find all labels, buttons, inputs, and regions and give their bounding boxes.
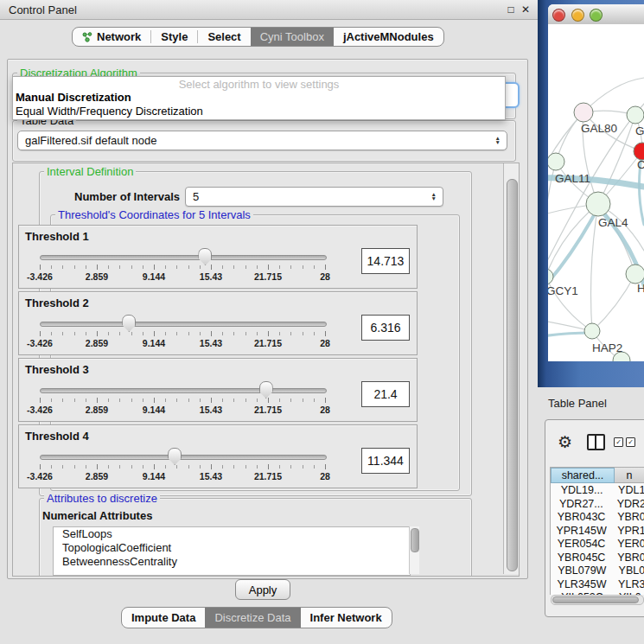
slider-ticks: [40, 398, 325, 404]
table-panel-title: Table Panel: [548, 397, 607, 410]
tab-cyni-toolbox[interactable]: Cyni Toolbox: [251, 28, 334, 46]
table-row[interactable]: YBL079WYBL0: [551, 564, 644, 578]
threshold-slider[interactable]: -3.4262.8599.14415.4321.71528: [40, 318, 325, 351]
threshold-panel-2: Threshold 2-3.4262.8599.14415.4321.71528…: [18, 291, 418, 355]
mac-zoom-button[interactable]: [590, 9, 603, 22]
slider-ticks: [40, 265, 325, 271]
cyni-bottom-tabs: Impute DataDiscretize DataInfer Network: [121, 607, 392, 628]
network-node[interactable]: [548, 153, 564, 170]
slider-thumb[interactable]: [168, 448, 182, 465]
table-row[interactable]: YDL19...YDL1: [551, 484, 644, 498]
attribute-list-item[interactable]: SelfLoops: [54, 527, 410, 541]
slider-track[interactable]: [40, 255, 327, 260]
checkbox-icon[interactable]: ✓: [626, 437, 635, 447]
attribute-list-item[interactable]: TopologicalCoefficient: [54, 541, 410, 555]
numerical-attributes-list[interactable]: SelfLoopsTopologicalCoefficientBetweenne…: [53, 526, 411, 576]
network-canvas[interactable]: GAL80GACGAL11GAL4GCY1HHAP2: [548, 24, 644, 361]
table-row[interactable]: YER054CYER0: [551, 538, 644, 552]
attributes-list-scrollbar[interactable]: [409, 526, 419, 574]
threshold-label: Threshold 3: [25, 363, 89, 376]
table-horizontal-scrollbar[interactable]: [551, 595, 644, 605]
tab-label: Network: [97, 30, 141, 43]
algorithm-option-equal-width[interactable]: Equal Width/Frequency Discretization: [13, 105, 505, 118]
table-row[interactable]: YBR045CYBR0: [551, 552, 644, 565]
network-edge: [548, 204, 598, 277]
float-window-icon[interactable]: □: [505, 3, 517, 16]
table-rows: YDL19...YDL1YDR27...YDR2YBR043CYBR0YPR14…: [551, 484, 644, 595]
threshold-slider[interactable]: -3.4262.8599.14415.4321.71528: [40, 252, 325, 284]
slider-tick-labels: -3.4262.8599.14415.4321.71528: [40, 471, 325, 481]
slider-thumb[interactable]: [259, 381, 273, 399]
node-label: GAL4: [598, 216, 628, 229]
slider-track[interactable]: [40, 388, 327, 393]
tab-impute-data[interactable]: Impute Data: [122, 608, 205, 628]
algorithm-dropdown-popup: Select algorithm to view settings Manual…: [12, 76, 506, 120]
algorithm-option-manual[interactable]: Manual Discretization: [13, 91, 505, 105]
slider-thumb[interactable]: [198, 248, 212, 265]
network-graph: GAL80GACGAL11GAL4GCY1HHAP2: [548, 24, 644, 361]
column-header-shared-name[interactable]: shared...: [551, 468, 615, 483]
slider-ticks: [40, 464, 325, 470]
tab-network[interactable]: Network: [73, 28, 150, 46]
slider-tick-labels: -3.4262.8599.14415.4321.71528: [40, 405, 325, 415]
tab-jactivemnodules[interactable]: jActiveMNodules: [334, 28, 443, 46]
node-label: GAL80: [581, 122, 617, 135]
threshold-label: Threshold 1: [25, 230, 89, 243]
network-node[interactable]: [627, 106, 644, 124]
attributes-group-title: Attributes to discretize: [44, 492, 160, 505]
cell-name: YBL0: [614, 564, 644, 578]
number-of-intervals-label: Number of Intervals: [74, 190, 180, 203]
cell-name: YBR0: [612, 511, 644, 525]
tab-style[interactable]: Style: [151, 28, 197, 46]
network-node[interactable]: [574, 103, 593, 122]
network-node[interactable]: [626, 265, 644, 284]
network-window-titlebar: [548, 4, 644, 25]
tab-select[interactable]: Select: [198, 28, 250, 46]
threshold-value-field[interactable]: 21.4: [361, 381, 410, 407]
threshold-label: Threshold 4: [25, 430, 89, 443]
column-header-name[interactable]: n: [615, 468, 644, 483]
table-data-combo[interactable]: galFiltered.sif default node ▲▼: [17, 131, 507, 150]
close-icon[interactable]: ✕: [520, 3, 532, 16]
tab-infer-network[interactable]: Infer Network: [301, 608, 392, 628]
threshold-value-field[interactable]: 11.344: [361, 448, 410, 474]
table-row[interactable]: YPR145WYPR1: [551, 525, 644, 539]
table-row[interactable]: YBR043CYBR0: [551, 511, 644, 525]
tab-label: Cyni Toolbox: [260, 30, 324, 43]
thresholds-group-title: Threshold's Coordinates for 5 Intervals: [55, 208, 253, 221]
apply-button[interactable]: Apply: [235, 579, 290, 600]
cell-shared-name: YBL079W: [551, 564, 614, 578]
mac-minimize-button[interactable]: [571, 9, 584, 22]
cell-name: YDL1: [613, 484, 644, 498]
algorithm-hint: Select algorithm to view settings: [13, 77, 505, 91]
threshold-slider[interactable]: -3.4262.8599.14415.4321.71528: [40, 385, 325, 418]
network-node[interactable]: [584, 323, 600, 339]
table-row[interactable]: YLR345WYLR3: [551, 578, 644, 592]
cell-name: YPR1: [612, 525, 644, 539]
network-node[interactable]: [548, 269, 553, 284]
network-edge: [591, 204, 598, 331]
number-of-intervals-combo[interactable]: 5 ▲▼: [185, 187, 443, 207]
tab-discretize-data[interactable]: Discretize Data: [205, 608, 300, 628]
network-edge: [592, 274, 635, 331]
threshold-slider[interactable]: -3.4262.8599.14415.4321.71528: [40, 451, 325, 484]
threshold-value-field[interactable]: 6.316: [361, 315, 410, 341]
threshold-value-field[interactable]: 14.713: [361, 248, 410, 274]
mac-close-button[interactable]: [552, 9, 565, 22]
screen: Control Panel □ ✕ NetworkStyleSelectCyni…: [0, 0, 644, 644]
table-row[interactable]: YDR27...YDR2: [551, 498, 644, 512]
column-view-icon[interactable]: [587, 434, 605, 450]
settings-vertical-scrollbar[interactable]: [503, 163, 519, 574]
gear-icon[interactable]: ⚙: [558, 432, 572, 452]
number-of-intervals-value: 5: [193, 190, 199, 203]
cell-name: YLR3: [613, 578, 644, 592]
slider-track[interactable]: [40, 455, 327, 460]
threshold-panel-3: Threshold 3-3.4262.8599.14415.4321.71528…: [18, 358, 418, 422]
network-node[interactable]: [634, 143, 644, 160]
network-node[interactable]: [586, 192, 610, 216]
slider-track[interactable]: [40, 322, 327, 327]
attribute-list-item[interactable]: BetweennessCentrality: [54, 555, 410, 569]
checkbox-icon[interactable]: ✓: [614, 437, 623, 447]
slider-thumb[interactable]: [122, 315, 136, 332]
slider-tick-labels: -3.4262.8599.14415.4321.71528: [40, 338, 325, 348]
